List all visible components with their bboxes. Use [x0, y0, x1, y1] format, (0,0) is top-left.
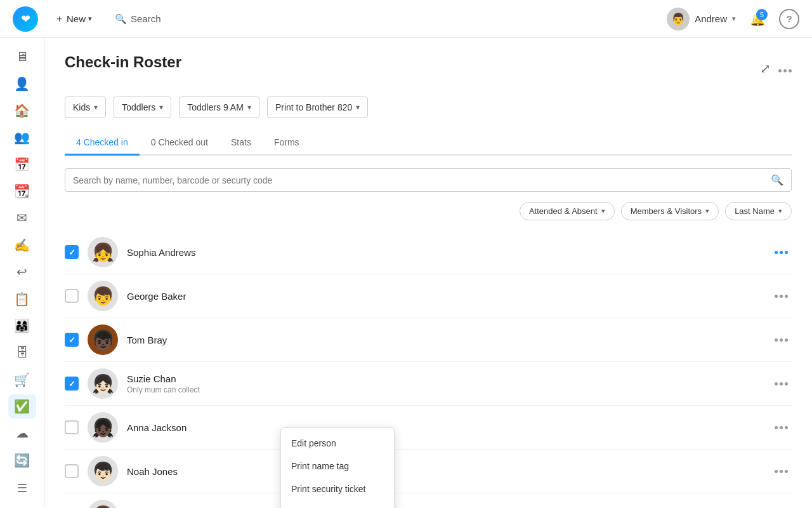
sidebar-item-sign[interactable]: ✍	[8, 233, 36, 257]
table-row: 👦 George Baker	[65, 274, 792, 318]
sidebar: 🖥 👤 🏠 👥 📅 📆 ✉ ✍ ↩ 📋 👨‍👩‍👧 🗄 🛒 ✅ ☁ 🔄 ☰	[0, 38, 44, 508]
logo: ❤	[13, 6, 38, 32]
search-bar[interactable]: 🔍	[65, 168, 792, 192]
sidebar-item-mail[interactable]: ✉	[8, 206, 36, 230]
filter-pills-row: Attended & Absent ▾ Members & Visitors ▾…	[65, 202, 792, 220]
table-row: 👦🏿 Tom Bray	[65, 318, 792, 362]
avatar: 👦	[88, 281, 118, 311]
sidebar-item-team[interactable]: 👨‍👩‍👧	[8, 314, 36, 338]
person-more-button-noah[interactable]	[771, 466, 792, 477]
new-chevron-icon: ▾	[88, 15, 92, 23]
context-send-sms[interactable]: Send SMS	[281, 500, 394, 508]
last-name-label: Last Name	[735, 206, 775, 216]
help-label: ?	[786, 13, 792, 24]
group-dropdown[interactable]: Kids ▾	[65, 97, 106, 118]
sidebar-item-refresh[interactable]: 🔄	[8, 448, 36, 472]
person-more-button-george[interactable]	[771, 291, 792, 302]
search-button[interactable]: 🔍 Search	[108, 10, 167, 29]
user-name: Andrew	[695, 13, 727, 24]
attended-absent-filter[interactable]: Attended & Absent ▾	[520, 202, 615, 220]
members-visitors-label: Members & Visitors	[631, 206, 702, 216]
sidebar-item-list[interactable]: 📋	[8, 286, 36, 311]
new-button[interactable]: ＋ New ▾	[48, 9, 98, 29]
avatar: 👧🏻	[88, 368, 118, 399]
sidebar-item-history[interactable]: ↩	[8, 260, 36, 284]
sidebar-item-date[interactable]: 📆	[8, 179, 36, 203]
person-name: Tom Bray	[127, 335, 762, 345]
group-chevron-icon: ▾	[94, 103, 98, 112]
person-checkbox-george[interactable]	[65, 289, 79, 303]
person-checkbox-noah[interactable]	[65, 464, 79, 478]
subgroup-chevron-icon: ▾	[159, 103, 163, 112]
more-options-button[interactable]	[778, 65, 792, 72]
notifications-button[interactable]: 🔔 5	[746, 8, 769, 30]
main-content: Check-in Roster ⤢ Kids ▾ Toddlers ▾	[44, 38, 812, 508]
tab-checked-in[interactable]: 4 Checked in	[65, 131, 140, 156]
sidebar-item-person[interactable]: 👤	[8, 71, 36, 95]
filters-row: Kids ▾ Toddlers ▾ Toddlers 9 AM ▾ Print …	[65, 97, 792, 118]
subgroup-dropdown[interactable]: Toddlers ▾	[114, 97, 171, 118]
page-title: Check-in Roster	[65, 53, 181, 71]
person-more-button-suzie[interactable]	[771, 378, 792, 389]
attended-absent-label: Attended & Absent	[529, 206, 598, 216]
person-name: Anna Jackson	[127, 422, 762, 433]
logo-heart-icon: ❤	[21, 12, 30, 26]
printer-chevron-icon: ▾	[356, 103, 360, 112]
person-more-button-anna[interactable]	[771, 422, 792, 433]
main-layout: 🖥 👤 🏠 👥 📅 📆 ✉ ✍ ↩ 📋 👨‍👩‍👧 🗄 🛒 ✅ ☁ 🔄 ☰ Ch…	[0, 38, 812, 508]
sidebar-item-group[interactable]: 👥	[8, 125, 36, 149]
person-name: Sophia Andrews	[127, 247, 762, 258]
notification-badge: 5	[756, 9, 768, 20]
top-nav: ❤ ＋ New ▾ 🔍 Search 👨 Andrew ▾ 🔔 5 ?	[0, 0, 812, 38]
sidebar-item-calendar[interactable]: 📅	[8, 152, 36, 177]
search-label: Search	[131, 13, 161, 24]
sidebar-item-cart[interactable]: 🛒	[8, 368, 36, 392]
tab-stats[interactable]: Stats	[219, 131, 263, 156]
person-name: Suzie Chan	[127, 373, 762, 384]
printer-dropdown[interactable]: Print to Brother 820 ▾	[267, 97, 368, 118]
context-edit-person[interactable]: Edit person	[281, 432, 394, 455]
context-print-name-tag[interactable]: Print name tag	[281, 455, 394, 478]
sidebar-item-checklist[interactable]: ✅	[8, 394, 36, 418]
sidebar-menu-icon[interactable]: ☰	[11, 475, 34, 502]
table-row: 👦 Peter Smart	[65, 493, 792, 508]
person-name: George Baker	[127, 291, 762, 302]
attended-chevron-icon: ▾	[601, 207, 605, 215]
tab-forms[interactable]: Forms	[263, 131, 311, 156]
avatar: 👦🏿	[88, 324, 118, 355]
members-chevron-icon: ▾	[705, 207, 709, 215]
avatar: 👧	[88, 237, 118, 267]
expand-button[interactable]: ⤢	[760, 61, 771, 76]
person-list: 👧 Sophia Andrews Edit person Print name …	[65, 231, 792, 508]
last-name-filter[interactable]: Last Name ▾	[725, 202, 792, 220]
avatar: 👦🏻	[88, 456, 118, 486]
person-checkbox-sophia[interactable]	[65, 245, 79, 259]
person-checkbox-anna[interactable]	[65, 420, 79, 434]
context-print-security-ticket[interactable]: Print security ticket	[281, 478, 394, 500]
person-more-button-sophia[interactable]	[771, 247, 792, 258]
tab-checked-out[interactable]: 0 Checked out	[140, 131, 219, 156]
user-menu[interactable]: 👨 Andrew ▾	[667, 8, 736, 30]
search-input[interactable]	[73, 175, 771, 185]
user-chevron-icon: ▾	[732, 15, 736, 23]
sidebar-item-upload[interactable]: ☁	[8, 421, 36, 445]
sidebar-item-home[interactable]: 🏠	[8, 98, 36, 123]
avatar: 👦	[88, 500, 118, 508]
person-checkbox-tom[interactable]	[65, 333, 79, 347]
sidebar-item-storage[interactable]: 🗄	[8, 340, 36, 364]
new-label: New	[67, 13, 86, 24]
sidebar-item-monitor[interactable]: 🖥	[8, 44, 36, 69]
tabs-row: 4 Checked in 0 Checked out Stats Forms	[65, 131, 792, 156]
help-button[interactable]: ?	[779, 9, 799, 29]
subgroup-value: Toddlers	[122, 102, 155, 112]
session-dropdown[interactable]: Toddlers 9 AM ▾	[179, 97, 259, 118]
context-menu: Edit person Print name tag Print securit…	[280, 427, 395, 508]
table-row: 👦🏻 Noah Jones	[65, 450, 792, 493]
search-icon: 🔍	[771, 174, 783, 186]
person-note: Only mum can collect	[127, 385, 762, 394]
members-visitors-filter[interactable]: Members & Visitors ▾	[621, 202, 719, 220]
person-more-button-tom[interactable]	[771, 335, 792, 345]
table-row: 👧 Sophia Andrews Edit person Print name …	[65, 231, 792, 274]
table-row: 👧🏿 Anna Jackson	[65, 406, 792, 450]
person-checkbox-suzie[interactable]	[65, 377, 79, 391]
